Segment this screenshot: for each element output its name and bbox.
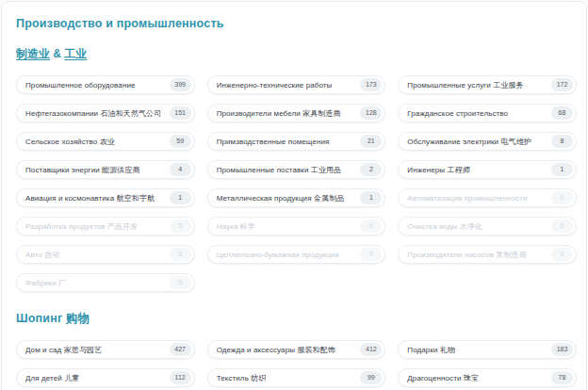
count-badge: 0 (170, 248, 191, 261)
count-badge: 0 (170, 276, 191, 289)
category-column: Инженерно-технические работы173Производи… (207, 75, 386, 264)
category-pill[interactable]: Наука 科学0 (207, 217, 386, 236)
category-label: Текстиль 纺织 (217, 373, 267, 383)
category-column: Промышленное оборудование399Нефтегазоком… (16, 75, 195, 292)
category-label: Сельское хозяйство 农业 (25, 137, 115, 147)
heading-separator: & (50, 47, 64, 60)
category-pill[interactable]: Сельское хозяйство 农业59 (16, 132, 195, 151)
directory-card: Производство и промышленность 制造业 & 工业 П… (1, 1, 587, 390)
count-badge: 112 (170, 371, 191, 384)
category-column: Дом и сад 家居与园艺427Для детей 儿童112 (16, 340, 195, 390)
category-pill[interactable]: Промышленное оборудование399 (16, 75, 195, 94)
category-pill[interactable]: Производители насосов 泵制造商0 (398, 245, 577, 264)
category-pill[interactable]: Промышленные услуги 工业服务172 (398, 75, 577, 94)
category-label: Промышленное оборудование (25, 81, 136, 89)
category-label: Инженеры 工程师 (407, 165, 469, 175)
category-pill[interactable]: Инженеры 工程师1 (398, 160, 577, 179)
category-pill[interactable]: Авто 自动0 (16, 245, 195, 264)
count-badge: 412 (360, 343, 382, 356)
category-label: Обслуживание электрики 电气维护 (407, 137, 531, 147)
category-column: Одежда и аксессуары 服装和配饰412Текстиль 纺织9… (207, 340, 386, 390)
count-badge: 0 (170, 219, 191, 233)
category-label: Промышленные услуги 工业服务 (407, 80, 523, 90)
category-pill[interactable]: Поставщики энергии 能源供应商4 (16, 160, 195, 179)
count-badge: 0 (551, 191, 573, 204)
count-badge: 128 (360, 106, 382, 120)
category-label: Подарки 礼物 (407, 345, 455, 355)
count-badge: 1 (360, 191, 382, 204)
category-pill[interactable]: Нефтегазокомпании 石油和天然气公司151 (16, 104, 195, 122)
count-badge: 172 (551, 78, 573, 91)
category-label: Целлюлозно-бумажная продукция (217, 251, 339, 259)
manufacturing-link[interactable]: 制造业 (16, 47, 50, 60)
count-badge: 78 (551, 371, 573, 384)
category-label: Поставщики энергии 能源供应商 (25, 165, 140, 175)
category-label: Автоматизация промышленности (407, 194, 527, 203)
count-badge: 0 (360, 248, 382, 261)
count-badge: 99 (360, 371, 382, 384)
category-pill[interactable]: Одежда и аксессуары 服装和配饰412 (207, 340, 386, 359)
category-pill[interactable]: Драгоценности 珠宝78 (398, 368, 577, 387)
category-label: Одежда и аксессуары 服装和配饰 (217, 345, 335, 355)
count-badge: 8 (551, 135, 573, 148)
category-pill[interactable]: Производители мебели 家具制造商128 (207, 104, 386, 122)
category-label: Разработка продуктов 产品开发 (25, 221, 138, 232)
category-label: Наука 科学 (217, 221, 255, 232)
category-label: Очистка воды 水净化 (407, 221, 482, 232)
count-badge: 68 (551, 106, 573, 120)
category-pill[interactable]: Автоматизация промышленности0 (398, 188, 577, 207)
category-pill[interactable]: Разработка продуктов 产品开发0 (16, 217, 195, 236)
section-shopping-heading: Шопинг 购物 (16, 311, 577, 327)
category-pill[interactable]: Подарки 礼物183 (398, 340, 577, 359)
category-pill[interactable]: Фабрики 厂0 (16, 273, 195, 292)
count-badge: 1 (551, 163, 573, 176)
category-label: Производители мебели 家具制造商 (217, 108, 341, 119)
count-badge: 183 (551, 343, 573, 356)
category-pill[interactable]: Промышленные поставки 工业用品2 (207, 160, 386, 179)
shopping-category-grid: Дом и сад 家居与园艺427Для детей 儿童112Одежда … (16, 340, 577, 390)
category-label: Примзводственные помещения (217, 138, 330, 146)
industry-link[interactable]: 工业 (64, 47, 87, 60)
category-pill[interactable]: Дом и сад 家居与园艺427 (16, 340, 195, 359)
category-label: Дом и сад 家居与园艺 (25, 345, 102, 355)
section-manufacturing-heading: 制造业 & 工业 (16, 46, 577, 62)
category-label: Для детей 儿童 (25, 373, 79, 383)
category-column: Промышленные услуги 工业服务172Гражданское с… (398, 75, 577, 264)
category-pill[interactable]: Примзводственные помещения21 (207, 132, 386, 151)
category-column: Подарки 礼物183Драгоценности 珠宝78 (398, 340, 577, 390)
category-label: Нефтегазокомпании 石油和天然气公司 (25, 108, 161, 119)
category-pill[interactable]: Целлюлозно-бумажная продукция0 (207, 245, 386, 264)
count-badge: 2 (360, 163, 382, 176)
count-badge: 427 (170, 343, 191, 356)
category-label: Гражданское строительство (407, 109, 508, 118)
count-badge: 151 (170, 106, 191, 120)
category-label: Авто 自动 (25, 250, 59, 260)
category-pill[interactable]: Обслуживание электрики 电气维护8 (398, 132, 577, 151)
count-badge: 21 (360, 135, 382, 148)
count-badge: 0 (360, 219, 382, 233)
count-badge: 4 (170, 163, 191, 176)
category-label: Инженерно-технические работы (217, 81, 333, 89)
category-label: Промышленные поставки 工业用品 (217, 165, 342, 175)
manufacturing-category-grid: Промышленное оборудование399Нефтегазоком… (16, 75, 577, 292)
count-badge: 59 (170, 135, 191, 148)
page-title: Производство и промышленность (16, 17, 577, 30)
category-pill[interactable]: Гражданское строительство68 (398, 104, 577, 122)
category-pill[interactable]: Авиация и космонавтика 航空和宇航1 (16, 188, 195, 207)
category-label: Фабрики 厂 (25, 278, 66, 288)
count-badge: 173 (360, 78, 382, 91)
category-label: Авиация и космонавтика 航空和宇航 (25, 193, 155, 203)
category-pill[interactable]: Текстиль 纺织99 (207, 368, 386, 387)
category-pill[interactable]: Очистка воды 水净化0 (398, 217, 577, 236)
category-label: Металлическая продукция 金属制品 (217, 193, 345, 203)
category-label: Производители насосов 泵制造商 (407, 250, 527, 260)
count-badge: 0 (551, 248, 573, 261)
category-pill[interactable]: Инженерно-технические работы173 (207, 75, 386, 94)
category-label: Драгоценности 珠宝 (407, 373, 479, 383)
count-badge: 1 (170, 191, 191, 204)
count-badge: 399 (170, 78, 191, 91)
category-pill[interactable]: Металлическая продукция 金属制品1 (207, 188, 386, 207)
category-pill[interactable]: Для детей 儿童112 (16, 368, 195, 387)
count-badge: 0 (551, 219, 573, 233)
